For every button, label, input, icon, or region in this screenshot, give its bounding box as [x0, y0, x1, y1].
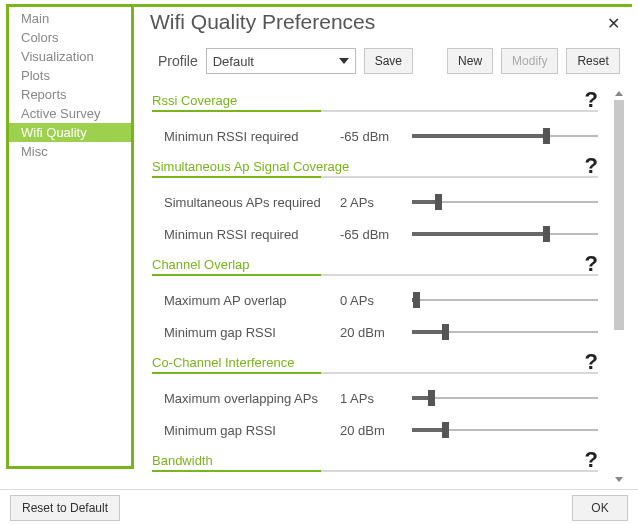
slider[interactable] — [412, 420, 598, 440]
setting-value: 2 APs — [340, 195, 412, 210]
setting-label: Minimun RSSI required — [164, 227, 340, 242]
profile-label: Profile — [158, 53, 198, 69]
setting-row: Simultaneous APs required2 APs — [146, 186, 604, 218]
section-header: Channel Overlap? — [146, 250, 604, 274]
setting-row: Maximum overlapping APs1 APs — [146, 382, 604, 414]
ok-button[interactable]: OK — [572, 495, 628, 521]
sidebar-item-visualization[interactable]: Visualization — [9, 47, 131, 66]
section-divider — [152, 274, 598, 276]
setting-label: Minimum gap RSSI — [164, 423, 340, 438]
sidebar-item-plots[interactable]: Plots — [9, 66, 131, 85]
section-header: Rssi Coverage? — [146, 86, 604, 110]
section-divider — [152, 470, 598, 472]
scroll-up-icon[interactable] — [612, 86, 626, 100]
slider[interactable] — [412, 322, 598, 342]
scroll-thumb[interactable] — [614, 100, 624, 330]
slider[interactable] — [412, 192, 598, 212]
section-title: Channel Overlap — [152, 257, 250, 274]
setting-label: Maximum overlapping APs — [164, 391, 340, 406]
sidebar-item-active-survey[interactable]: Active Survey — [9, 104, 131, 123]
section-divider — [152, 176, 598, 178]
setting-value: 1 APs — [340, 391, 412, 406]
slider-thumb[interactable] — [442, 324, 449, 340]
setting-value: -65 dBm — [340, 129, 412, 144]
page-title: Wifi Quality Preferences — [140, 8, 628, 44]
slider[interactable] — [412, 224, 598, 244]
sidebar-item-misc[interactable]: Misc — [9, 142, 131, 161]
setting-label: Maximum AP overlap — [164, 293, 340, 308]
setting-value: -65 dBm — [340, 227, 412, 242]
section-title: Bandwidth — [152, 453, 213, 470]
help-icon[interactable]: ? — [585, 254, 598, 274]
scroll-down-icon[interactable] — [612, 472, 626, 486]
slider-thumb[interactable] — [442, 422, 449, 438]
setting-row: Maximum AP overlap0 APs — [146, 284, 604, 316]
sidebar-item-reports[interactable]: Reports — [9, 85, 131, 104]
section-header: Bandwidth? — [146, 446, 604, 470]
main-panel: Wifi Quality Preferences ✕ Profile Defau… — [140, 8, 628, 488]
setting-value: 20 dBm — [340, 325, 412, 340]
setting-row: Minimum gap RSSI20 dBm — [146, 414, 604, 446]
save-button[interactable]: Save — [364, 48, 413, 74]
slider-thumb[interactable] — [428, 390, 435, 406]
help-icon[interactable]: ? — [585, 352, 598, 372]
slider[interactable] — [412, 388, 598, 408]
setting-label: Simultaneous APs required — [164, 195, 340, 210]
help-icon[interactable]: ? — [585, 156, 598, 176]
slider[interactable] — [412, 126, 598, 146]
section-divider — [152, 372, 598, 374]
new-button[interactable]: New — [447, 48, 493, 74]
setting-row: Minimum gap RSSI20 dBm — [146, 316, 604, 348]
chevron-down-icon — [339, 58, 349, 64]
slider[interactable] — [412, 290, 598, 310]
reset-default-button[interactable]: Reset to Default — [10, 495, 120, 521]
slider-thumb[interactable] — [413, 292, 420, 308]
section-header: Simultaneous Ap Signal Coverage? — [146, 152, 604, 176]
setting-row: Minimun RSSI required-65 dBm — [146, 120, 604, 152]
sidebar-item-main[interactable]: Main — [9, 9, 131, 28]
scrollbar[interactable] — [612, 86, 626, 486]
section-title: Rssi Coverage — [152, 93, 237, 110]
section-title: Simultaneous Ap Signal Coverage — [152, 159, 349, 176]
section-title: Co-Channel Interference — [152, 355, 294, 372]
settings-scroll-area: Rssi Coverage?Minimun RSSI required-65 d… — [140, 86, 628, 486]
reset-button[interactable]: Reset — [566, 48, 619, 74]
slider-thumb[interactable] — [543, 226, 550, 242]
modify-button[interactable]: Modify — [501, 48, 558, 74]
setting-value: 20 dBm — [340, 423, 412, 438]
profile-selected-value: Default — [213, 54, 254, 69]
help-icon[interactable]: ? — [585, 450, 598, 470]
close-icon[interactable]: ✕ — [607, 14, 620, 33]
sidebar-item-colors[interactable]: Colors — [9, 28, 131, 47]
setting-label: Minimum gap RSSI — [164, 325, 340, 340]
sidebar-item-wifi-quality[interactable]: Wifi Quality — [9, 123, 131, 142]
setting-value: 0 APs — [340, 293, 412, 308]
profile-row: Profile Default Save New Modify Reset — [140, 44, 628, 86]
section-divider — [152, 110, 598, 112]
profile-select[interactable]: Default — [206, 48, 356, 74]
setting-label: Minimun RSSI required — [164, 129, 340, 144]
footer: Reset to Default OK — [0, 489, 638, 525]
section-header: Co-Channel Interference? — [146, 348, 604, 372]
sidebar: Main Colors Visualization Plots Reports … — [6, 7, 134, 469]
slider-thumb[interactable] — [543, 128, 550, 144]
setting-row: Minimun RSSI required-65 dBm — [146, 218, 604, 250]
slider-thumb[interactable] — [435, 194, 442, 210]
help-icon[interactable]: ? — [585, 90, 598, 110]
